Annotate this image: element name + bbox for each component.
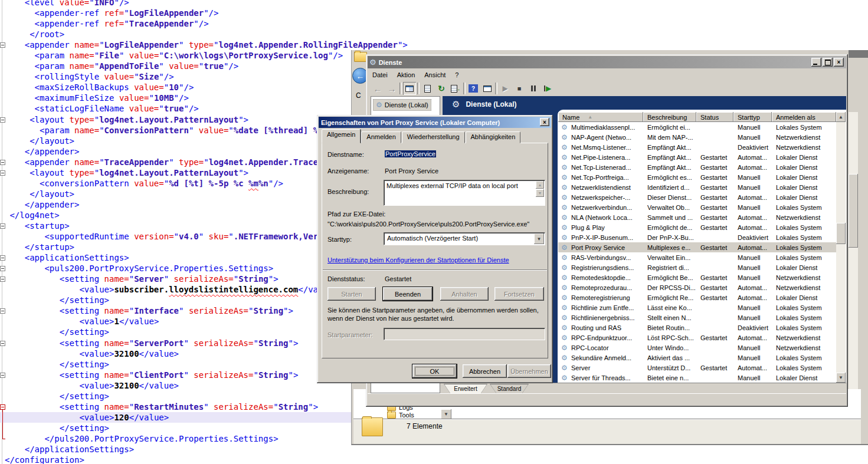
- export-list-icon[interactable]: →: [449, 82, 462, 95]
- title-bar[interactable]: Eigenschaften von Port Proxy Service (Lo…: [319, 117, 551, 128]
- scrollbar-thumb[interactable]: [836, 223, 846, 244]
- service-row[interactable]: ⚙Port Proxy ServiceMultiplexes e...Gesta…: [558, 242, 836, 252]
- service-row[interactable]: ⚙Richtlinie zum Entfe...Lässt eine Ko...…: [558, 302, 836, 312]
- service-row[interactable]: ⚙PnP-X-IP-Busenum...Der PnP-X-Bu...Deakt…: [558, 232, 836, 242]
- scroll-up-button[interactable]: ▲: [836, 112, 846, 122]
- service-row[interactable]: ⚙NLA (Network Loca...Sammelt und ...Gest…: [558, 212, 836, 222]
- minimize-button[interactable]: [811, 58, 821, 67]
- view-tab-standard[interactable]: Standard: [490, 384, 529, 393]
- fold-toggle-icon[interactable]: [0, 42, 5, 48]
- scrollbar-thumb[interactable]: [849, 174, 858, 248]
- help-icon[interactable]: ?: [467, 82, 480, 95]
- service-row[interactable]: ⚙Multimediaklassenpl...Ermöglicht ei...M…: [558, 122, 836, 132]
- ok-button[interactable]: OK: [412, 364, 457, 378]
- restart-service-icon[interactable]: ▶: [541, 82, 554, 95]
- close-icon: ×: [543, 119, 546, 126]
- title-bar[interactable]: ⚙ Dienste ×: [368, 56, 846, 68]
- service-row[interactable]: ⚙Plug & PlayErmöglicht de...GestartetAut…: [558, 222, 836, 232]
- service-row[interactable]: ⚙NetzwerklistendienstIdentifiziert d...G…: [558, 182, 836, 192]
- maximize-button[interactable]: [823, 58, 833, 67]
- service-row[interactable]: ⚙Net.Tcp-Portfreiga...Ermöglicht es...Ge…: [558, 172, 836, 182]
- service-row[interactable]: ⚙Netzwerkspeicher-...Dieser Dienst...Ges…: [558, 192, 836, 202]
- close-button[interactable]: ×: [540, 118, 549, 126]
- fold-toggle-icon[interactable]: [0, 341, 5, 346]
- service-row[interactable]: ⚙ServerUnterstützt D...GestartetAutomat.…: [558, 363, 836, 373]
- fold-toggle-icon[interactable]: [0, 404, 5, 410]
- service-row[interactable]: ⚙Remotedesktopdie...Ermöglicht Be...Gest…: [558, 272, 836, 282]
- fold-toggle-icon[interactable]: [0, 277, 5, 282]
- properties-icon[interactable]: [421, 82, 434, 95]
- tab-abhängigkeiten[interactable]: Abhängigkeiten: [466, 131, 521, 143]
- menu-item-ansicht[interactable]: Ansicht: [420, 70, 450, 80]
- close-button[interactable]: ×: [834, 58, 844, 67]
- tree-item-dienste-lokal[interactable]: ⚙ Dienste (Lokal): [373, 99, 431, 111]
- anhalten-button[interactable]: Anhalten: [440, 287, 489, 301]
- fold-toggle-icon[interactable]: [0, 255, 5, 261]
- beschreibung-textarea[interactable]: Multiplexes external TCP/IP data on loca…: [384, 180, 545, 206]
- service-row[interactable]: ⚙RAS-Verbindungsv...Verwaltet Ein...Manu…: [558, 252, 836, 262]
- column-header-3[interactable]: Status: [696, 112, 733, 122]
- beenden-button[interactable]: Beenden: [383, 287, 433, 301]
- stop-service-icon[interactable]: ■: [513, 82, 526, 95]
- service-row[interactable]: ⚙RemoteregistrierungErmöglicht Re...Gest…: [558, 292, 836, 302]
- service-row[interactable]: ⚙RPC-Endpunktzuor...Löst RPC-Sch...Gesta…: [558, 333, 836, 343]
- apply-button[interactable]: Übernehmen: [507, 364, 551, 378]
- service-row[interactable]: ⚙Server für Threads...Bietet eine n...Ma…: [558, 373, 836, 383]
- starttyp-select[interactable]: Automatisch (Verzögerter Start) ▼: [384, 232, 545, 245]
- extended-view-icon[interactable]: [481, 82, 494, 95]
- service-row[interactable]: ⚙Registrierungsdiens...Registriert di...…: [558, 262, 836, 272]
- starten-button[interactable]: Starten: [327, 287, 376, 301]
- dienstname-value[interactable]: PortProxyService: [385, 150, 436, 157]
- scroll-down-button[interactable]: ▼: [836, 373, 846, 383]
- forward-icon[interactable]: →: [385, 82, 398, 95]
- dropdown-button[interactable]: ▼: [441, 409, 451, 419]
- scrollbar-track[interactable]: [836, 122, 846, 373]
- fold-toggle-icon[interactable]: [0, 373, 5, 378]
- service-row[interactable]: ⚙Netzwerkverbindun...Verwaltet Ob...Gest…: [558, 202, 836, 212]
- menu-item-datei[interactable]: Datei: [368, 70, 392, 80]
- column-header-5[interactable]: Anmelden als: [772, 112, 836, 122]
- service-row[interactable]: ⚙Net.Pipe-Listenera...Empfängt Akt...Ges…: [558, 152, 836, 162]
- menu-item-?[interactable]: ?: [450, 70, 463, 80]
- service-row[interactable]: ⚙Remoteprozedurau...Der RPCSS-Di...Gesta…: [558, 282, 836, 292]
- column-header-2[interactable]: Beschreibung: [643, 112, 696, 122]
- start-service-icon[interactable]: ▶: [499, 82, 512, 95]
- fold-toggle-icon[interactable]: [0, 160, 5, 165]
- column-header-1[interactable]: Name▲: [558, 112, 643, 122]
- pause-service-icon[interactable]: [527, 82, 540, 95]
- service-row[interactable]: ⚙Routing und RASBietet Routin...Deaktivi…: [558, 323, 836, 333]
- startoptionen-help-link[interactable]: Unterstützung beim Konfigurieren der Sta…: [327, 256, 509, 264]
- tab-allgemein[interactable]: Allgemein: [322, 129, 361, 143]
- show-console-tree-icon[interactable]: [403, 82, 416, 95]
- service-row[interactable]: ⚙RPC-LocatorUnter Windo...ManuellNetzwer…: [558, 343, 836, 353]
- menu-item-aktion[interactable]: Aktion: [392, 70, 420, 80]
- scroll-down-button[interactable]: ▼: [536, 189, 544, 197]
- service-name: Port Proxy Service: [558, 244, 643, 251]
- scroll-up-button[interactable]: ▲: [536, 181, 544, 189]
- fold-toggle-icon[interactable]: [0, 266, 5, 271]
- fortsetzen-button[interactable]: Fortsetzen: [494, 287, 544, 301]
- fold-toggle-icon[interactable]: [0, 117, 5, 123]
- refresh-icon[interactable]: ↻: [435, 82, 448, 95]
- service-description: Empfängt Akt...: [643, 164, 696, 171]
- list-item[interactable]: Tools: [387, 411, 414, 419]
- fold-toggle-icon[interactable]: [0, 170, 5, 176]
- service-logon-as: Lokales System: [772, 124, 836, 131]
- service-row[interactable]: ⚙Net.Msmq-Listener...Empfängt Akt...Deak…: [558, 142, 836, 152]
- startparameter-input[interactable]: [384, 328, 545, 340]
- view-tab-erweitert[interactable]: Erweitert: [444, 384, 487, 393]
- cancel-button[interactable]: Abbrechen: [463, 364, 507, 378]
- service-row[interactable]: ⚙Sekundäre Anmeld...Aktiviert das ...Man…: [558, 353, 836, 363]
- back-icon[interactable]: ←: [371, 82, 384, 95]
- fold-toggle-icon[interactable]: [0, 223, 5, 229]
- service-row[interactable]: ⚙NAP-Agent (Netwo...Mit dem NAP-...Manue…: [558, 132, 836, 142]
- dropdown-button[interactable]: ▼: [534, 233, 544, 244]
- scrollbar-track[interactable]: [849, 112, 858, 407]
- service-row[interactable]: ⚙Net.Tcp-Listenerad...Empfängt Akt...Ges…: [558, 162, 836, 172]
- tab-anmelden[interactable]: Anmelden: [361, 131, 401, 143]
- service-row[interactable]: ⚙Richtlinienergebniss...Stellt einen N..…: [558, 312, 836, 323]
- fold-toggle-icon[interactable]: [0, 308, 5, 314]
- column-header-4[interactable]: Starttyp: [733, 112, 772, 122]
- tab-wiederherstellung[interactable]: Wiederherstellung: [402, 131, 465, 143]
- tree-item-label: Dienste (Lokal): [385, 101, 428, 108]
